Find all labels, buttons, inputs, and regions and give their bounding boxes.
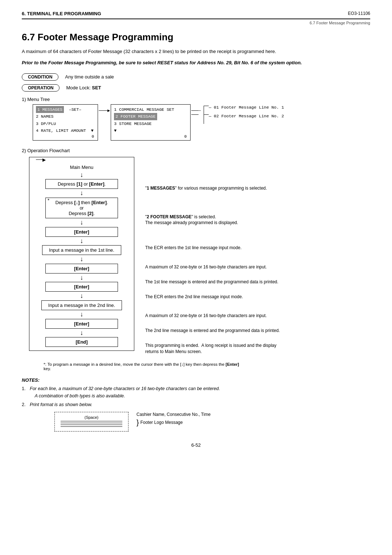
intro-para1: A maximum of 64 characters of Footer Mes… [22, 48, 370, 56]
flow-node-9: [End] [45, 337, 118, 347]
operation-row: OPERATION Mode Lock: SET [22, 84, 370, 92]
receipt-line-3 [61, 425, 122, 425]
condition-row: CONDITION Any time outside a sale [22, 73, 370, 81]
operation-badge: OPERATION [22, 84, 60, 92]
desc-7: A maximum of 32 one-byte or 16 two-byte … [145, 313, 283, 319]
menu-col3: — 01 Footer Message Line No. 1 — 02 Foot… [204, 106, 284, 124]
intro-para2: Prior to the Footer Message Programming,… [22, 59, 370, 67]
arrow-6: ↓ [80, 292, 83, 300]
desc-6: The ECR enters the 2nd line message inpu… [145, 294, 283, 300]
section-title: 6.7 Footer Message Programming [22, 32, 370, 43]
desc1-bold: 1 MESSAGES [147, 186, 175, 191]
arrow-4: ↓ [80, 255, 83, 263]
note-item-1: 1. For each line, a maximum of 32 one-by… [22, 385, 370, 400]
flow-node-5: [Enter] [45, 264, 118, 274]
flow-node-2-wrapper: * Depress [↓] then [Enter]. or Depress [… [45, 198, 118, 218]
entry-arrow: ▶ [36, 157, 46, 162]
print-format: (Space) Cashier Name, Consecutive No., T… [54, 412, 370, 432]
flow-node-8: [Enter] [45, 319, 118, 329]
menu-tree-label: 1) Menu Tree [22, 97, 370, 102]
star-note: *: To program a message in a desired lin… [44, 362, 247, 371]
flow-node-2: Depress [↓] then [Enter]. or Depress [2]… [45, 198, 118, 218]
flowchart-wrapper: ▶ Main Menu ↓ Depress [1] or [Enter]. ↓ … [29, 157, 370, 355]
flowchart-label: 2) Operation Flowchart [22, 148, 370, 153]
flow-node-6: [Enter] [45, 282, 118, 292]
note2-text: Print format is as shown below. [30, 401, 92, 408]
arrow-1: ↓ [80, 189, 83, 197]
arrow-3: ↓ [80, 237, 83, 245]
menu-tree: 1 MESSAGES –SET– 2 NAMES 3 DP/PLU 4 RATE… [33, 104, 370, 141]
section-number: 6.7 [22, 32, 35, 42]
flow-node-mainmenu: Main Menu [45, 164, 118, 171]
arrow-0: ↓ [80, 171, 83, 179]
doc-number: EO3-11106 [348, 11, 370, 16]
receipt-line-2 [61, 423, 122, 423]
flow-node-7: Input a message in the 2nd line. [41, 300, 122, 310]
section-name: Footer Message Programming [37, 32, 173, 42]
menu-col1: 1 MESSAGES –SET– 2 NAMES 3 DP/PLU 4 RATE… [33, 104, 98, 141]
section-subtitle: 6.7 Footer Message Programming [22, 21, 370, 25]
page-number: 6-52 [22, 442, 370, 448]
footer-logo-desc: } Footer Logo Message [136, 420, 211, 428]
desc-9: This programming is ended. A long receip… [145, 343, 283, 355]
operation-text: Mode Lock: SET [66, 85, 101, 90]
desc-1: "1 MESSAGES" for various message program… [145, 185, 283, 191]
condition-text: Any time outside a sale [65, 74, 114, 80]
print-descriptions: Cashier Name, Consecutive No., Time } Fo… [136, 412, 211, 428]
desc-8: The 2nd line message is entered and the … [145, 328, 283, 334]
subsection-label: 6.7 Footer Message Programming [310, 21, 370, 25]
arrow-2: ↓ [80, 219, 83, 227]
arrow-5: ↓ [80, 274, 83, 282]
print-desc-1: Cashier Name, Consecutive No., Time [136, 412, 211, 417]
space-label: (Space) [61, 415, 122, 420]
brace-icon: } [136, 420, 139, 425]
flow-node-3: [Enter] [45, 227, 118, 237]
desc-3: The ECR enters the 1st line message inpu… [145, 245, 283, 251]
flowchart-left: ▶ Main Menu ↓ Depress [1] or [Enter]. ↓ … [29, 157, 134, 351]
operation-set: SET [92, 85, 101, 90]
condition-badge: CONDITION [22, 73, 58, 81]
note1-text: For each line, a maximum of 32 one-byte … [30, 385, 220, 400]
page-header: 6. TERMINAL FILE PROGRAMMING EO3-11106 [22, 11, 370, 19]
flow-node-4: Input a message in the 1st line. [42, 245, 121, 255]
chapter-title: 6. TERMINAL FILE PROGRAMMING [22, 11, 101, 16]
arrow1: ▶ [98, 104, 111, 113]
note-item-2: 2. Print format is as shown below. [22, 401, 370, 408]
arrow-7: ↓ [80, 311, 83, 319]
menu-col2: 1 COMMERCIAL MESSAGE SET 2 FOOTER MESSAG… [111, 104, 191, 141]
receipt-line-4 [61, 426, 122, 427]
menu-connector: — [191, 106, 201, 115]
desc2-bold: 2 FOOTER MESSAGE [147, 214, 191, 219]
print-desc-2: Footer Logo Message [140, 420, 183, 425]
arrow-8: ↓ [80, 329, 83, 337]
notes-section: NOTES: 1. For each line, a maximum of 32… [22, 377, 370, 408]
star-marker: * [48, 198, 49, 203]
desc-5: The 1st line message is entered and the … [145, 279, 283, 285]
receipt-diagram: (Space) [54, 412, 128, 432]
receipt-line-1 [61, 421, 122, 421]
desc-4: A maximum of 32 one-byte or 16 two-byte … [145, 264, 283, 270]
flow-node-1: Depress [1] or [Enter]. [45, 179, 118, 189]
desc-2: "2 FOOTER MESSAGE" is selected. The mess… [145, 214, 283, 226]
notes-title: NOTES: [22, 377, 370, 383]
flowchart-right: "1 MESSAGES" for various message program… [145, 157, 283, 355]
